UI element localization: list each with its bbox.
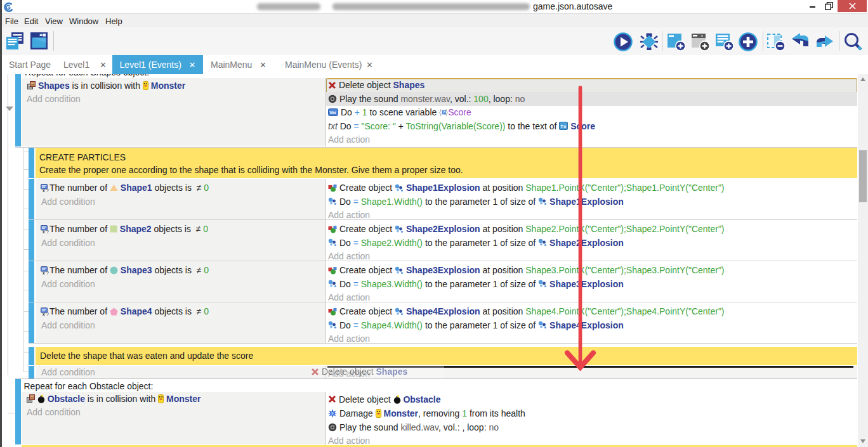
svg-text:x: x — [43, 270, 45, 275]
svg-text:?: ? — [46, 311, 49, 316]
svg-text:x: x — [43, 229, 45, 233]
svg-text:?: ? — [46, 188, 49, 192]
svg-text:x: x — [43, 311, 45, 316]
svg-text:Var: Var — [329, 110, 336, 115]
svg-text:x: x — [43, 188, 45, 192]
svg-text:?: ? — [46, 229, 49, 233]
svg-text:?: ? — [46, 270, 49, 275]
